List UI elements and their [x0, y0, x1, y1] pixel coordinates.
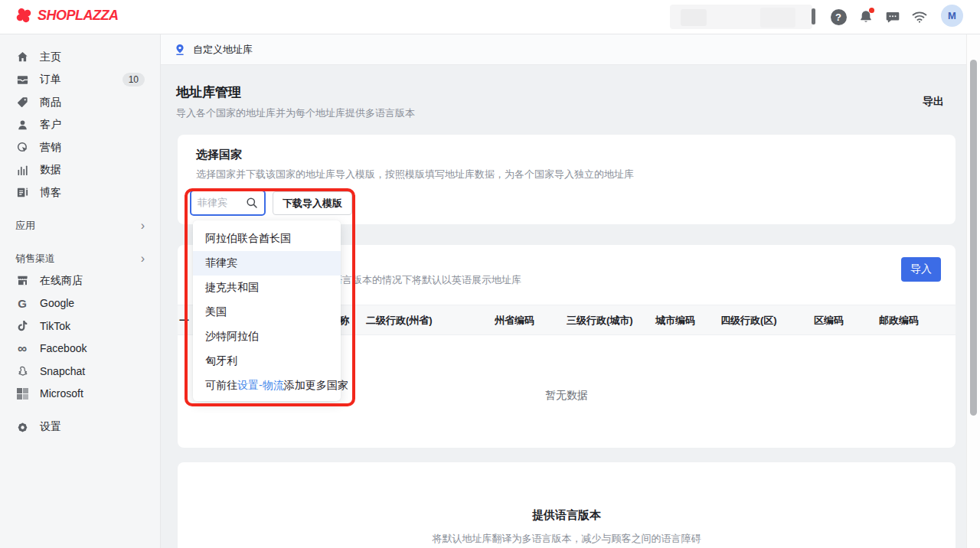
- table-header-district-code: 区编码: [814, 305, 844, 336]
- notification-dot: [869, 8, 874, 13]
- shoplazza-logo-icon: [15, 7, 32, 24]
- sidebar: 主页 订单 10 商品 客户 营销 数据 博客 应用: [0, 34, 161, 548]
- sidebar-item-tiktok[interactable]: TikTok: [0, 315, 160, 338]
- google-icon: G: [15, 296, 29, 310]
- settings-shipping-link[interactable]: 设置-物流: [237, 379, 284, 393]
- sidebar-item-blog[interactable]: 博客: [0, 181, 160, 204]
- table-header-city-code: 城市编码: [655, 305, 695, 336]
- dropdown-option-usa[interactable]: 美国: [193, 300, 341, 325]
- notifications-bell-icon[interactable]: [857, 8, 875, 26]
- language-card-title: 提供语言版本: [178, 508, 956, 523]
- sidebar-item-facebook[interactable]: ∞ Facebook: [0, 338, 160, 360]
- country-search-value: 菲律宾: [198, 196, 241, 210]
- table-header-postal-code: 邮政编码: [879, 305, 919, 336]
- person-icon: [15, 118, 29, 132]
- main-content: 自定义地址库 地址库管理 导入各个国家的地址库并为每个地址库提供多语言版本 导出…: [161, 34, 980, 548]
- chevron-right-icon: ›: [141, 253, 145, 265]
- sidebar-item-orders[interactable]: 订单 10: [0, 69, 160, 92]
- language-card-description: 将默认地址库翻译为多语言版本，减少与顾客之间的语言障碍: [178, 532, 956, 546]
- sidebar-item-home[interactable]: 主页: [0, 46, 160, 69]
- avatar[interactable]: M: [941, 5, 963, 27]
- country-search-input[interactable]: 菲律宾: [190, 190, 266, 216]
- topbar: SHOPLAZZA ? M: [0, 0, 980, 34]
- bar-chart-icon: [15, 163, 29, 177]
- dropdown-option-philippines[interactable]: 菲律宾: [193, 251, 341, 276]
- country-dropdown: 阿拉伯联合酋长国 菲律宾 捷克共和国 美国 沙特阿拉伯 匈牙利 可前往 设置-物…: [193, 220, 341, 401]
- orders-count-badge: 10: [122, 73, 145, 86]
- sidebar-item-customers[interactable]: 客户: [0, 114, 160, 137]
- dropdown-footer: 可前往 设置-物流 添加更多国家: [193, 373, 341, 398]
- table-header-fragment-left: 一: [179, 305, 189, 336]
- home-icon: [15, 51, 29, 64]
- scrollbar-thumb[interactable]: [970, 60, 977, 416]
- sidebar-item-settings[interactable]: 设置: [0, 416, 160, 439]
- import-button[interactable]: 导入: [901, 257, 941, 282]
- sidebar-section-apps[interactable]: 应用 ›: [0, 214, 160, 237]
- sidebar-item-products[interactable]: 商品: [0, 91, 160, 114]
- dropdown-option-uae[interactable]: 阿拉伯联合酋长国: [193, 227, 341, 251]
- meta-icon: ∞: [15, 341, 29, 355]
- select-country-description: 选择国家并下载该国家的地址库导入模版，按照模版填写地址库数据，为各个国家导入独立…: [196, 168, 634, 181]
- sidebar-item-snapchat[interactable]: Snapchat: [0, 360, 160, 383]
- snapchat-ghost-icon: [15, 364, 29, 378]
- shoplazza-logo[interactable]: SHOPLAZZA: [15, 7, 119, 24]
- sidebar-item-google[interactable]: G Google: [0, 292, 160, 315]
- storefront-icon: [15, 274, 29, 288]
- sidebar-item-marketing[interactable]: 营销: [0, 136, 160, 159]
- table-header-state: 二级行政(州省): [366, 305, 433, 336]
- dropdown-option-czech[interactable]: 捷克共和国: [193, 276, 341, 300]
- sidebar-item-microsoft[interactable]: Microsoft: [0, 383, 160, 406]
- breadcrumb: 自定义地址库: [161, 34, 980, 65]
- chevron-right-icon: ›: [141, 220, 145, 232]
- dropdown-option-hungary[interactable]: 匈牙利: [193, 349, 341, 373]
- select-country-card: 选择国家 选择国家并下载该国家的地址库导入模版，按照模版填写地址库数据，为各个国…: [178, 135, 956, 224]
- download-template-button[interactable]: 下载导入模版: [273, 191, 352, 215]
- dropdown-option-saudi[interactable]: 沙特阿拉伯: [193, 325, 341, 349]
- export-button[interactable]: 导出: [923, 95, 944, 109]
- orders-icon: [15, 73, 29, 86]
- gear-icon: [15, 420, 29, 434]
- table-header-district: 四级行政(区): [720, 305, 777, 336]
- search-icon: [246, 197, 258, 209]
- library-description: 多语言版本的情况下将默认以英语展示地址库: [322, 273, 521, 287]
- brand-name: SHOPLAZZA: [38, 8, 119, 24]
- language-version-card: 提供语言版本 将默认地址库翻译为多语言版本，减少与顾客之间的语言障碍: [178, 462, 956, 548]
- help-icon[interactable]: ?: [829, 8, 848, 26]
- tiktok-icon: [15, 319, 29, 333]
- scrollbar-track[interactable]: [966, 34, 980, 548]
- page-title: 地址库管理: [176, 83, 241, 101]
- breadcrumb-label[interactable]: 自定义地址库: [193, 43, 253, 57]
- sidebar-section-sales-channels[interactable]: 销售渠道 ›: [0, 247, 160, 270]
- blog-icon: [15, 186, 29, 200]
- redacted-search-area[interactable]: [670, 5, 812, 29]
- select-country-title: 选择国家: [196, 148, 242, 162]
- microsoft-icon: [15, 387, 29, 400]
- wifi-icon[interactable]: [910, 8, 929, 26]
- sidebar-item-data[interactable]: 数据: [0, 159, 160, 182]
- table-header-state-code: 州省编码: [495, 305, 534, 336]
- tag-icon: [15, 96, 29, 109]
- redacted-mark: [812, 8, 815, 24]
- location-pin-icon: [175, 44, 185, 56]
- chat-icon[interactable]: [884, 8, 902, 26]
- sidebar-item-online-store[interactable]: 在线商店: [0, 269, 160, 292]
- target-icon: [15, 141, 29, 155]
- page-subtitle: 导入各个国家的地址库并为每个地址库提供多语言版本: [176, 106, 415, 120]
- table-header-city: 三级行政(城市): [567, 305, 633, 336]
